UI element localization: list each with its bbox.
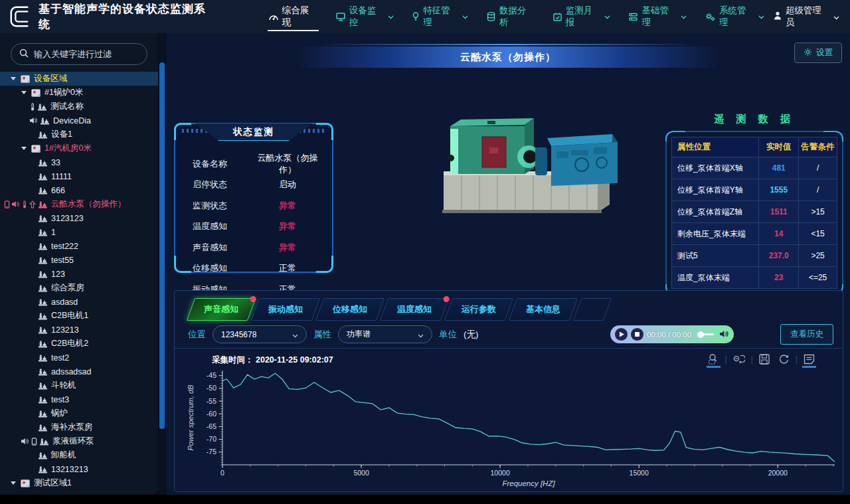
device-tree-sidebar: 设备区域#1锅炉0米测试名称DeviceDia设备11#汽机房0米3311111… bbox=[0, 33, 158, 495]
refresh-icon[interactable] bbox=[778, 353, 790, 365]
tree-item-13213213[interactable]: 13213213 bbox=[0, 462, 158, 476]
tab-声音感知[interactable]: 声音感知 bbox=[187, 298, 256, 321]
alarm-badge bbox=[444, 296, 450, 302]
status-label: 声音感知 bbox=[193, 242, 256, 254]
telemetry-prop: 剩余电压_泵体末端 bbox=[672, 223, 759, 245]
tree-item-123[interactable]: 123 bbox=[0, 267, 158, 281]
svg-text:0: 0 bbox=[220, 469, 224, 477]
player-slider[interactable] bbox=[697, 333, 714, 335]
tree-item-海补水泵房[interactable]: 海补水泵房 bbox=[0, 420, 158, 434]
stop-button[interactable] bbox=[631, 328, 643, 341]
tree-item-测试区域1[interactable]: 测试区域1 bbox=[0, 476, 158, 490]
tree-item-test222[interactable]: test222 bbox=[0, 239, 158, 253]
spectrum-chart-area[interactable]: -45-50-55-60-65-70-750500010000150002000… bbox=[184, 365, 843, 491]
tree-item-浆液循环泵[interactable]: 浆液循环泵 bbox=[0, 434, 158, 448]
tree-item-卸船机[interactable]: 卸船机 bbox=[0, 448, 158, 462]
tree-item-label: 11111 bbox=[51, 172, 72, 181]
device-icon bbox=[39, 284, 47, 292]
tree-item-1#汽机房0米[interactable]: 1#汽机房0米 bbox=[0, 141, 158, 155]
tree-search-box[interactable] bbox=[11, 43, 147, 65]
position-select[interactable]: 12345678 bbox=[212, 325, 307, 343]
tree-item-设备区域[interactable]: 设备区域 bbox=[0, 72, 158, 86]
nav-item-7[interactable]: 系统管理 bbox=[696, 0, 774, 33]
tab-振动感知[interactable]: 振动感知 bbox=[251, 298, 320, 321]
caret-down-icon[interactable] bbox=[21, 147, 27, 150]
tab-位移感知[interactable]: 位移感知 bbox=[315, 298, 384, 321]
nav-item-4[interactable]: 数据分析 bbox=[477, 0, 544, 33]
tree-item-adssadsad[interactable]: adssadsad bbox=[0, 365, 158, 378]
sidebar-scrollbar-thumb[interactable] bbox=[159, 62, 165, 429]
nav-item-label: 特征管理 bbox=[423, 5, 458, 29]
tree-item-label: #1锅炉0米 bbox=[44, 87, 83, 98]
nav-item-5[interactable]: 监测月报 bbox=[544, 0, 620, 33]
tree-item-斗轮机[interactable]: 斗轮机 bbox=[0, 378, 158, 392]
tree-item-DeviceDia[interactable]: DeviceDia bbox=[0, 114, 158, 127]
tree-item-C2B电机1[interactable]: C2B电机1 bbox=[0, 309, 158, 323]
tree-item-锅炉[interactable]: 锅炉 bbox=[0, 406, 158, 420]
layers-icon bbox=[629, 13, 638, 21]
displacement-icon bbox=[29, 201, 36, 209]
caret-down-icon[interactable] bbox=[21, 91, 27, 94]
nav-item-1[interactable]: 综合展现 bbox=[260, 0, 327, 33]
tab-温度感知[interactable]: 温度感知 bbox=[380, 298, 449, 321]
page-title: 云酷水泵（勿操作） bbox=[460, 51, 556, 64]
zoom-icon[interactable] bbox=[708, 353, 719, 365]
tree-item-1[interactable]: 1 bbox=[0, 225, 158, 239]
telemetry-value: 1555 bbox=[759, 179, 799, 201]
tab-运行参数[interactable]: 运行参数 bbox=[444, 298, 513, 321]
status-label: 位移感知 bbox=[193, 262, 256, 274]
speaker-icon bbox=[30, 117, 38, 124]
nav-item-2[interactable]: 设备监控 bbox=[327, 0, 404, 33]
nav-item-label: 基础管理 bbox=[641, 5, 677, 29]
svg-text:Power spectrum, dB: Power spectrum, dB bbox=[187, 384, 195, 450]
nav-item-6[interactable]: 基础管理 bbox=[620, 0, 696, 33]
tree-item-label: 测试名称 bbox=[50, 101, 84, 112]
tree-item-#1锅炉0米[interactable]: #1锅炉0米 bbox=[0, 86, 158, 100]
user-menu[interactable]: 超级管理员 bbox=[774, 5, 839, 29]
speaker-icon bbox=[21, 438, 29, 445]
tree-item-测试名称[interactable]: 测试名称 bbox=[0, 100, 158, 114]
view-history-button[interactable]: 查看历史 bbox=[780, 324, 833, 345]
status-row-温度感知: 温度感知异常 bbox=[175, 216, 332, 238]
tree-item-云酷水泵（勿操作）[interactable]: 云酷水泵（勿操作） bbox=[0, 197, 158, 211]
telemetry-row: 测试5237.0>25 bbox=[672, 245, 837, 267]
sidebar-scrollbar[interactable] bbox=[159, 33, 165, 495]
volume-icon[interactable] bbox=[720, 329, 729, 341]
play-button[interactable] bbox=[615, 328, 628, 341]
pump-3d-model[interactable] bbox=[424, 100, 630, 222]
tree-item-11111[interactable]: 11111 bbox=[0, 169, 158, 183]
tree-item-asdasd[interactable]: asdasd bbox=[0, 295, 158, 309]
spectrum-chart-svg: -45-50-55-60-65-70-750500010000150002000… bbox=[184, 365, 843, 489]
nav-item-3[interactable]: 特征管理 bbox=[403, 0, 477, 33]
database-icon bbox=[487, 12, 495, 21]
tree-item-label: test2 bbox=[51, 353, 69, 363]
app-title: 基于智能声学的设备状态监测系统 bbox=[39, 1, 216, 32]
data-view-icon[interactable] bbox=[804, 354, 815, 365]
tab-基本信息[interactable]: 基本信息 bbox=[509, 298, 578, 321]
device-icon bbox=[39, 187, 47, 195]
tree-item-3123123[interactable]: 3123123 bbox=[0, 211, 158, 225]
tree-item-123213[interactable]: 123213 bbox=[0, 323, 158, 337]
gears-icon bbox=[705, 13, 715, 21]
player-slider-knob[interactable] bbox=[697, 331, 704, 338]
settings-button[interactable]: 设置 bbox=[794, 42, 842, 63]
tree-item-33[interactable]: 33 bbox=[0, 155, 158, 169]
user-icon bbox=[774, 11, 782, 22]
save-image-icon[interactable] bbox=[759, 354, 770, 365]
tree-item-设备1[interactable]: 设备1 bbox=[0, 127, 158, 141]
tree-item-label: 综合泵房 bbox=[51, 282, 84, 294]
tree-item-test55[interactable]: test55 bbox=[0, 253, 158, 267]
zoom-reset-icon[interactable] bbox=[733, 354, 745, 364]
tree-item-test3[interactable]: test3 bbox=[0, 392, 158, 406]
tree-item-666[interactable]: 666 bbox=[0, 183, 158, 197]
chart-controls: 位置 12345678 属性 功率谱 单位 (无) bbox=[175, 321, 843, 349]
map-icon bbox=[21, 75, 30, 83]
tree-search-input[interactable] bbox=[34, 49, 139, 59]
caret-down-icon[interactable] bbox=[11, 77, 16, 80]
tree-item-test2[interactable]: test2 bbox=[0, 351, 158, 365]
attribute-select[interactable]: 功率谱 bbox=[338, 325, 432, 343]
caret-down-icon[interactable] bbox=[11, 481, 16, 485]
telemetry-row: 位移_泵体首端X轴481/ bbox=[672, 157, 837, 179]
tree-item-综合泵房[interactable]: 综合泵房 bbox=[0, 281, 158, 295]
tree-item-C2B电机2[interactable]: C2B电机2 bbox=[0, 337, 158, 351]
